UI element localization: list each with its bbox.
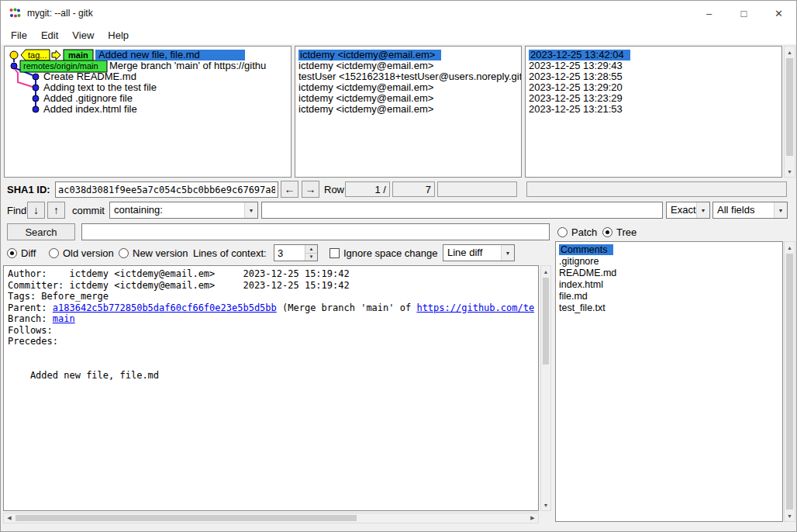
file-list-item[interactable]: file.md bbox=[556, 291, 782, 302]
commit-subject[interactable]: Added index.html file bbox=[43, 104, 137, 115]
commit-node[interactable] bbox=[11, 63, 17, 69]
commit-author-row[interactable]: ictdemy <ictdemy@email.em> bbox=[295, 60, 521, 71]
head-commit-node[interactable] bbox=[10, 51, 18, 59]
detail-scrollbar[interactable]: ▲ ▼ bbox=[540, 265, 551, 511]
commit-subject[interactable]: Adding text to the test file bbox=[43, 82, 157, 93]
diff-radio[interactable]: Diff bbox=[7, 247, 36, 259]
chevron-down-icon[interactable]: ▼ bbox=[501, 245, 514, 261]
chevron-down-icon[interactable]: ▼ bbox=[774, 202, 787, 218]
file-list-scrollbar[interactable]: ▲ ▼ bbox=[784, 241, 795, 522]
new-version-radio[interactable]: New version bbox=[119, 247, 188, 259]
commit-date[interactable]: 2023-12-25 13:42:04 bbox=[529, 50, 630, 60]
commit-node[interactable] bbox=[33, 95, 39, 102]
commit-date-row[interactable]: 2023-12-25 13:23:29 bbox=[526, 93, 781, 104]
commit-date-row[interactable]: 2023-12-25 13:21:53 bbox=[526, 104, 781, 115]
menu-item-edit[interactable]: Edit bbox=[34, 27, 65, 43]
branch-label-main[interactable]: main bbox=[68, 50, 88, 60]
file-list-item[interactable]: index.html bbox=[556, 279, 782, 291]
commit-author-row[interactable]: ictdemy <ictdemy@email.em> bbox=[295, 93, 521, 104]
find-prev-button[interactable]: ↑ bbox=[47, 202, 65, 219]
scroll-down-icon[interactable]: ▼ bbox=[785, 510, 795, 521]
maximize-button[interactable]: □ bbox=[726, 1, 761, 26]
commit-list-scrollbar[interactable]: ▲ ▼ bbox=[784, 46, 795, 178]
tag-label[interactable]: tag... bbox=[28, 50, 47, 60]
commit-node[interactable] bbox=[33, 74, 39, 80]
commit-graph-pane[interactable]: tag... main remotes/origin/main Added ne… bbox=[4, 46, 292, 178]
patch-radio[interactable]: Patch bbox=[557, 226, 597, 238]
radio-icon[interactable] bbox=[119, 248, 129, 258]
minimize-button[interactable]: – bbox=[692, 1, 726, 26]
menu-item-view[interactable]: View bbox=[65, 27, 101, 43]
commit-author-row[interactable]: ictdemy <ictdemy@email.em> bbox=[295, 82, 521, 93]
scroll-down-icon[interactable]: ▼ bbox=[785, 166, 795, 177]
scrollbar-thumb[interactable] bbox=[543, 278, 549, 364]
scroll-up-icon[interactable]: ▲ bbox=[541, 266, 550, 277]
spin-down-icon[interactable]: ▼ bbox=[305, 253, 317, 261]
commit-date-pane[interactable]: 2023-12-25 13:42:04 2023-12-25 13:29:43 … bbox=[525, 46, 782, 178]
close-button[interactable]: ✕ bbox=[761, 1, 796, 26]
scroll-left-icon[interactable]: ◀ bbox=[4, 513, 15, 523]
branch-link[interactable]: main bbox=[53, 313, 75, 324]
checkbox-icon[interactable] bbox=[329, 248, 340, 258]
ignore-space-checkbox[interactable]: Ignore space change bbox=[329, 247, 437, 259]
commit-subject[interactable]: Create README.md bbox=[43, 71, 136, 82]
commit-subject[interactable]: Merge branch 'main' of https://githu bbox=[109, 60, 291, 71]
commit-node[interactable] bbox=[33, 85, 39, 91]
commit-author[interactable]: ictdemy <ictdemy@email.em> bbox=[298, 50, 441, 60]
commit-date-row[interactable]: 2023-12-25 13:42:04 bbox=[526, 50, 781, 60]
diff-mode-combobox[interactable]: Line diff ▼ bbox=[443, 244, 515, 261]
file-list-pane[interactable]: Comments .gitignore README.md index.html… bbox=[555, 241, 783, 522]
radio-icon[interactable] bbox=[557, 227, 568, 237]
menu-item-help[interactable]: Help bbox=[101, 27, 136, 43]
commit-date-row[interactable]: 2023-12-25 13:28:55 bbox=[526, 71, 781, 82]
commit-date-row[interactable]: 2023-12-25 13:29:20 bbox=[526, 82, 781, 93]
remote-branch-label[interactable]: remotes/origin/main bbox=[23, 61, 98, 71]
file-list-item[interactable]: Comments bbox=[556, 244, 782, 256]
scroll-right-icon[interactable]: ▶ bbox=[527, 513, 538, 523]
scroll-up-icon[interactable]: ▲ bbox=[785, 242, 795, 253]
file-list-item[interactable]: README.md bbox=[556, 268, 782, 279]
search-button[interactable]: Search bbox=[7, 223, 75, 240]
find-match-combobox[interactable]: containing: ▼ bbox=[109, 202, 258, 219]
scroll-down-icon[interactable]: ▼ bbox=[541, 499, 550, 510]
find-next-button[interactable]: ↓ bbox=[27, 202, 45, 219]
parent-url-link[interactable]: https://github.com/testu bbox=[416, 302, 534, 313]
commit-author-pane[interactable]: ictdemy <ictdemy@email.em> ictdemy <ictd… bbox=[295, 46, 522, 178]
radio-icon[interactable] bbox=[7, 248, 17, 258]
history-forward-button[interactable]: → bbox=[302, 181, 319, 198]
scroll-up-icon[interactable]: ▲ bbox=[785, 47, 795, 57]
old-version-radio[interactable]: Old version bbox=[49, 247, 114, 259]
history-back-button[interactable]: ← bbox=[281, 181, 298, 198]
sha1-input[interactable] bbox=[55, 181, 278, 198]
radio-icon[interactable] bbox=[49, 248, 59, 258]
commit-node[interactable] bbox=[33, 106, 39, 112]
detail-hscrollbar[interactable]: ◀ ▶ bbox=[3, 513, 539, 523]
tree-radio[interactable]: Tree bbox=[602, 226, 637, 238]
search-input[interactable] bbox=[81, 223, 550, 240]
menu-item-file[interactable]: File bbox=[4, 27, 34, 43]
scrollbar-thumb[interactable] bbox=[16, 515, 357, 521]
commit-date-row[interactable]: 2023-12-25 13:29:43 bbox=[526, 60, 781, 71]
spin-up-icon[interactable]: ▲ bbox=[305, 245, 317, 253]
file-list-item-selected[interactable]: Comments bbox=[559, 244, 613, 255]
scrollbar-thumb[interactable] bbox=[786, 58, 793, 156]
radio-icon[interactable] bbox=[602, 227, 612, 237]
file-list-item[interactable]: .gitignore bbox=[556, 256, 782, 268]
context-spinbox-input[interactable] bbox=[274, 245, 304, 261]
left-column: Search Diff Old version New version Line… bbox=[1, 221, 553, 531]
commit-subject[interactable]: Added .gitignore file bbox=[43, 93, 133, 104]
commit-author-row[interactable]: ictdemy <ictdemy@email.em> bbox=[295, 50, 521, 60]
tag-expand-arrow-icon[interactable] bbox=[52, 50, 60, 60]
chevron-down-icon[interactable]: ▼ bbox=[696, 202, 709, 218]
find-exact-combobox[interactable]: Exact ▼ bbox=[666, 202, 710, 219]
parent-sha-link[interactable]: a183642c5b772850b5daf60cf66f0e23e5b5d5bb bbox=[53, 302, 277, 313]
commit-author-row[interactable]: ictdemy <ictdemy@email.em> bbox=[295, 104, 521, 115]
chevron-down-icon[interactable]: ▼ bbox=[244, 202, 257, 218]
file-list-item[interactable]: test_file.txt bbox=[556, 302, 782, 314]
find-input[interactable] bbox=[261, 202, 663, 219]
commit-subject-selected[interactable]: Added new file, file.md bbox=[95, 50, 245, 60]
commit-author-row[interactable]: testUser <152162318+testUser@users.norep… bbox=[295, 71, 521, 82]
scrollbar-thumb[interactable] bbox=[786, 254, 793, 510]
context-spinbox[interactable]: ▲ ▼ bbox=[274, 244, 318, 261]
find-fields-combobox[interactable]: All fields ▼ bbox=[712, 202, 788, 219]
